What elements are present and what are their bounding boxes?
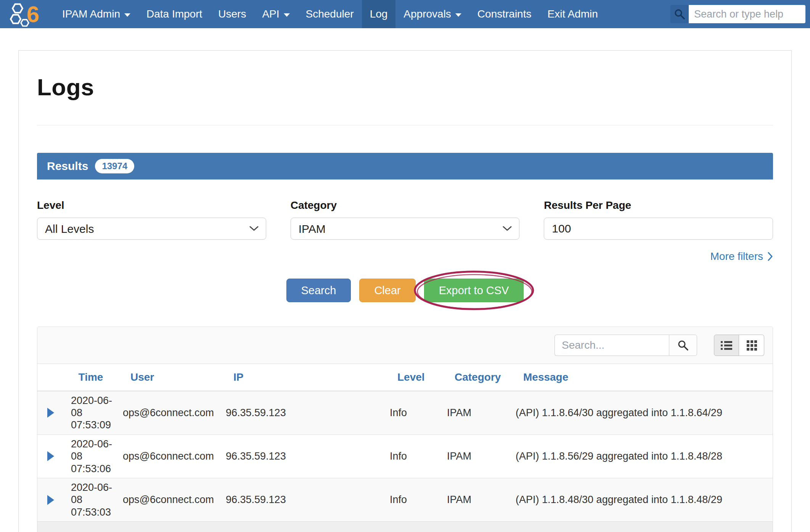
- cell-category: IPAM: [442, 450, 510, 462]
- table-row: 2020-06-08 07:53:09 ops@6connect.com 96.…: [37, 391, 773, 435]
- results-count-badge: 13974: [95, 159, 134, 173]
- grid-view-button[interactable]: [739, 335, 764, 356]
- grid-icon: [746, 340, 757, 351]
- cell-user: ops@6connect.com: [117, 407, 220, 419]
- cell-level: Info: [384, 494, 442, 506]
- page-title: Logs: [37, 74, 773, 101]
- results-title: Results: [47, 160, 88, 173]
- table-search-button[interactable]: [669, 335, 697, 356]
- caret-down-icon: [124, 13, 130, 17]
- nav-item-ipam-admin[interactable]: IPAM Admin: [54, 0, 138, 28]
- header-ip[interactable]: IP: [220, 371, 384, 383]
- filters-row: Level All Levels Category IPAM: [37, 199, 773, 240]
- hexagon-logo-icon: 6: [9, 2, 47, 27]
- export-csv-button[interactable]: Export to CSV: [424, 279, 524, 302]
- nav-item-data-import[interactable]: Data Import: [138, 0, 210, 28]
- nav-item-scheduler[interactable]: Scheduler: [298, 0, 362, 28]
- header-time[interactable]: Time: [64, 371, 117, 384]
- list-icon: [720, 340, 733, 351]
- nav-item-log[interactable]: Log: [362, 0, 396, 28]
- filter-category: Category IPAM: [291, 199, 520, 240]
- results-panel-header: Results 13974: [37, 153, 773, 179]
- cell-message: (API) 1.1.8.64/30 aggregated into 1.1.8.…: [510, 407, 773, 419]
- help-search-input[interactable]: [689, 5, 805, 23]
- more-filters-link[interactable]: More filters: [710, 250, 773, 263]
- nav-item-api[interactable]: API: [254, 0, 297, 28]
- log-table-panel: Time User IP Level Category Message 2020…: [37, 327, 773, 532]
- clear-button[interactable]: Clear: [359, 279, 415, 302]
- cell-time: 2020-06-08 07:53:09: [64, 394, 117, 431]
- table-row-partial: [37, 522, 773, 532]
- table-search-input[interactable]: [554, 335, 669, 356]
- list-view-button[interactable]: [714, 335, 739, 356]
- nav-item-exit-admin[interactable]: Exit Admin: [539, 0, 606, 28]
- per-page-label: Results Per Page: [544, 199, 773, 212]
- category-label: Category: [291, 199, 520, 212]
- nav-item-constraints[interactable]: Constraints: [469, 0, 540, 28]
- table-header-row: Time User IP Level Category Message: [37, 364, 773, 391]
- expand-row-icon[interactable]: [47, 408, 54, 418]
- chevron-right-icon: [768, 252, 773, 261]
- view-toggle-group: [714, 335, 764, 356]
- cell-time: 2020-06-08 07:53:06: [64, 438, 117, 475]
- per-page-input[interactable]: [544, 218, 773, 240]
- expand-row-icon[interactable]: [47, 451, 54, 461]
- category-select[interactable]: IPAM: [291, 218, 520, 240]
- caret-down-icon: [455, 13, 461, 17]
- header-level[interactable]: Level: [384, 371, 442, 383]
- caret-down-icon: [284, 13, 290, 17]
- content-card: Logs Results 13974 Level All Levels Cate…: [18, 50, 792, 532]
- help-search: [670, 5, 805, 23]
- title-divider: [37, 125, 773, 125]
- search-icon: [677, 340, 689, 351]
- cell-ip: 96.35.59.123: [220, 450, 384, 462]
- search-icon: [670, 5, 689, 23]
- filter-level: Level All Levels: [37, 199, 266, 240]
- brand-six: 6: [27, 2, 39, 27]
- cell-time: 2020-06-08 07:53:03: [64, 481, 117, 518]
- cell-user: ops@6connect.com: [117, 450, 220, 462]
- cell-ip: 96.35.59.123: [220, 494, 384, 506]
- header-category[interactable]: Category: [442, 371, 510, 383]
- cell-ip: 96.35.59.123: [220, 407, 384, 419]
- cell-level: Info: [384, 450, 442, 462]
- table-search: [554, 335, 697, 356]
- cell-user: ops@6connect.com: [117, 494, 220, 506]
- level-select[interactable]: All Levels: [37, 218, 266, 240]
- nav-item-users[interactable]: Users: [210, 0, 254, 28]
- table-row: 2020-06-08 07:53:06 ops@6connect.com 96.…: [37, 435, 773, 478]
- cell-category: IPAM: [442, 494, 510, 506]
- filter-per-page: Results Per Page: [544, 199, 773, 240]
- nav-menu: IPAM Admin Data Import Users API Schedul…: [54, 0, 606, 28]
- expand-row-icon[interactable]: [47, 495, 54, 505]
- cell-message: (API) 1.1.8.56/29 aggregated into 1.1.8.…: [510, 450, 773, 462]
- cell-message: (API) 1.1.8.48/30 aggregated into 1.1.8.…: [510, 494, 773, 506]
- top-navbar: 6 IPAM Admin Data Import Users API Sched…: [0, 0, 810, 28]
- cell-level: Info: [384, 407, 442, 419]
- action-buttons: Search Clear Export to CSV: [37, 279, 773, 302]
- header-message[interactable]: Message: [510, 371, 773, 383]
- level-label: Level: [37, 199, 266, 212]
- table-row: 2020-06-08 07:53:03 ops@6connect.com 96.…: [37, 478, 773, 522]
- brand-logo[interactable]: 6: [9, 0, 47, 28]
- header-user[interactable]: User: [117, 371, 220, 383]
- nav-item-approvals[interactable]: Approvals: [395, 0, 469, 28]
- table-toolbar: [37, 327, 773, 364]
- cell-category: IPAM: [442, 407, 510, 419]
- search-button[interactable]: Search: [286, 279, 351, 302]
